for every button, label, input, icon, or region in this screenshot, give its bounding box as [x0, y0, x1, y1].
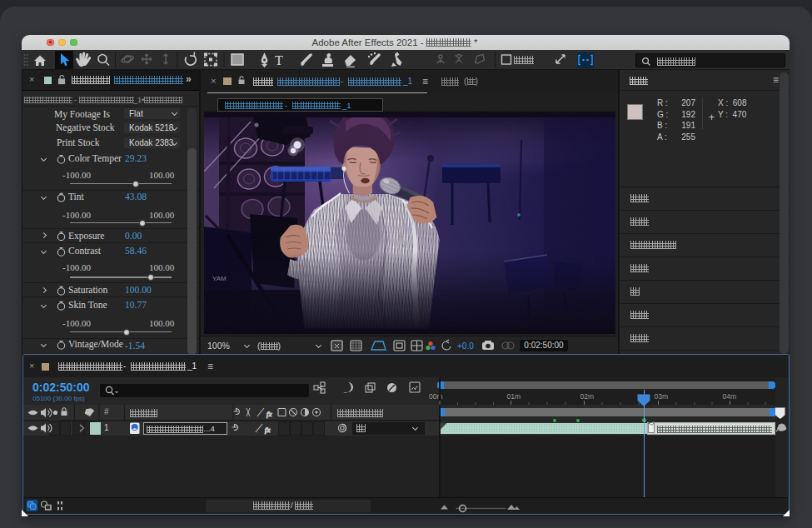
svg-text:fx: fx — [267, 410, 272, 418]
svg-text:+0.0: +0.0 — [457, 341, 474, 351]
svg-text:T: T — [275, 53, 283, 67]
svg-text:fx: fx — [265, 426, 271, 434]
